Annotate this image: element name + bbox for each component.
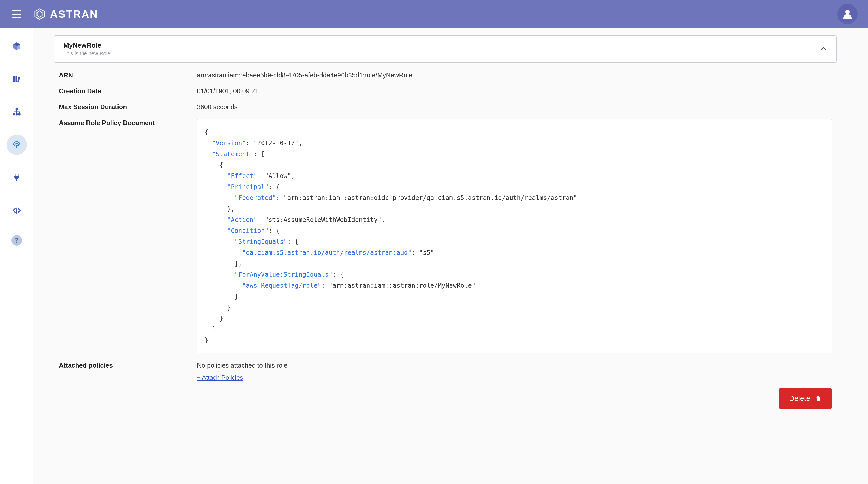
brand-logo[interactable]: ASTRAN — [33, 8, 98, 20]
cube-icon — [12, 41, 21, 51]
sidebar-item-help[interactable]: ? — [11, 235, 22, 246]
sidebar-item-code[interactable] — [6, 200, 27, 221]
role-subtitle: This is the new Role. — [63, 51, 820, 57]
svg-rect-6 — [13, 76, 14, 82]
code-icon — [12, 206, 21, 215]
svg-rect-7 — [16, 76, 17, 82]
user-icon — [841, 8, 854, 20]
policy-doc-label: Assume Role Policy Document — [59, 119, 197, 127]
creation-date-label: Creation Date — [59, 87, 197, 95]
delete-button[interactable]: Delete — [779, 388, 832, 409]
sidebar-item-plugins[interactable] — [6, 167, 27, 188]
plug-icon — [12, 173, 21, 182]
user-avatar-button[interactable] — [837, 4, 858, 24]
brand-mark-icon — [33, 8, 46, 20]
help-icon: ? — [14, 237, 19, 244]
role-card-header[interactable]: MyNewRole This is the new Role. — [54, 35, 837, 63]
arn-label: ARN — [59, 72, 197, 79]
sidebar-item-identity[interactable] — [6, 135, 27, 155]
chevron-up-icon — [820, 45, 828, 52]
arn-value: arn:astran:iam::ebaee5b9-cfd8-4705-afeb-… — [197, 72, 412, 79]
role-title: MyNewRole — [63, 41, 820, 50]
trash-icon — [815, 395, 822, 402]
sidebar-item-library[interactable] — [6, 69, 27, 89]
sidebar-item-org[interactable] — [6, 102, 27, 122]
attach-policies-link[interactable]: + Attach Policies — [197, 374, 243, 381]
collapse-toggle[interactable] — [820, 45, 828, 53]
creation-date-value: 01/01/1901, 00:09:21 — [197, 87, 258, 95]
no-policies-text: No policies attached to this role — [197, 362, 287, 369]
svg-point-9 — [16, 108, 18, 110]
fingerprint-icon — [12, 140, 21, 149]
svg-point-11 — [16, 113, 18, 116]
svg-point-2 — [845, 10, 849, 14]
attached-policies-label: Attached policies — [59, 362, 197, 369]
svg-marker-0 — [35, 9, 44, 19]
max-session-label: Max Session Duration — [59, 103, 197, 111]
svg-marker-1 — [37, 11, 42, 17]
brand-text: ASTRAN — [50, 8, 98, 20]
sidebar-item-cube[interactable] — [6, 36, 27, 56]
main-content: MyNewRole This is the new Role. ARN arn:… — [33, 28, 868, 484]
policy-document: { "Version": "2012-10-17", "Statement": … — [197, 119, 832, 353]
delete-button-label: Delete — [789, 394, 810, 403]
svg-point-12 — [18, 113, 21, 116]
org-chart-icon — [12, 107, 21, 117]
app-header: ASTRAN — [0, 0, 868, 28]
max-session-value: 3600 seconds — [197, 103, 238, 111]
svg-rect-8 — [18, 77, 20, 82]
books-icon — [12, 74, 21, 84]
svg-point-10 — [13, 113, 15, 116]
sidebar-nav: ? — [0, 28, 33, 484]
menu-toggle-button[interactable] — [12, 10, 21, 18]
